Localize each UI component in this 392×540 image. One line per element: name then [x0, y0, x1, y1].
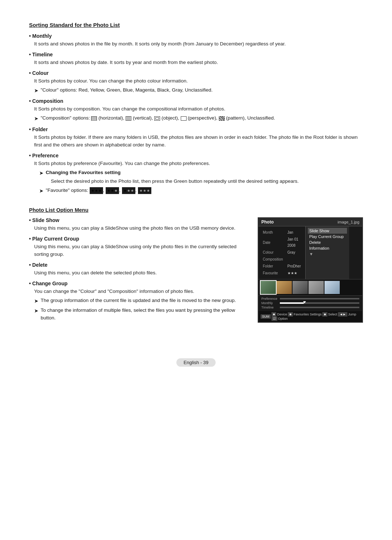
- page-number-badge: English - 39: [176, 358, 216, 367]
- star-4a: ★: [139, 188, 143, 194]
- play-current-text: Using this menu, you can play a SlideSho…: [34, 243, 247, 258]
- info-val-fav: ★★★: [287, 270, 302, 276]
- star-3c: ★: [131, 188, 134, 194]
- thumb-3[interactable]: [293, 281, 308, 294]
- page-content: Sorting Standard for the Photo List Mont…: [29, 22, 363, 367]
- colour-text: It Sorts photos by colour. You can chang…: [34, 77, 363, 85]
- fav-box-4: ★★★: [138, 187, 151, 194]
- info-label-comp: Composition: [262, 256, 286, 262]
- section-divider: [29, 198, 363, 207]
- arrow-icon-cg2: ➤: [34, 307, 38, 315]
- info-val-month: Jan: [287, 229, 302, 235]
- folder-label: Folder: [29, 126, 363, 132]
- footer-btn-select[interactable]: ■: [322, 312, 327, 317]
- menu-item-slideshow[interactable]: Slide Show: [308, 228, 347, 234]
- star-1c: ★: [98, 188, 102, 194]
- photo-ui-footer: SUM ■Device ■Favourites Settings ■Select…: [258, 311, 362, 322]
- perspective-icon: [181, 116, 187, 121]
- composition-label: Composition: [29, 98, 363, 104]
- info-val-date: Jan 01 2008: [287, 236, 302, 249]
- info-row-fav: Favourite ★★★: [262, 270, 302, 276]
- play-current-item: Play Current Group Using this menu, you …: [29, 236, 247, 258]
- object-icon: [154, 116, 160, 121]
- menu-item-information[interactable]: Information: [308, 245, 347, 251]
- favourites-options-arrow: ➤ "Favourite" options: ★★★ , ★★★ , ★★★ ,: [39, 187, 363, 195]
- arrow-icon-fav: ➤: [39, 169, 44, 177]
- slide-show-item: Slide Show Using this menu, you can play…: [29, 217, 247, 232]
- vertical-icon: [126, 116, 131, 121]
- timeline-label: Timeline: [29, 52, 363, 57]
- progress-preference: Preference: [261, 297, 359, 301]
- progress-bar-monthly-inner: [280, 302, 304, 304]
- change-group-item: Change Group You can change the "Colour"…: [29, 281, 247, 322]
- arrow-icon-cg1: ➤: [34, 297, 38, 305]
- play-current-label: Play Current Group: [29, 236, 247, 242]
- change-group-arrow1: ➤ The group information of the current f…: [34, 297, 247, 305]
- menu-item-delete[interactable]: Delete: [308, 239, 347, 245]
- section-title-sorting: Sorting Standard for the Photo List: [29, 22, 363, 28]
- photo-ui-header-center: image_1.jpg: [338, 220, 359, 224]
- star-4c: ★: [147, 188, 150, 194]
- progress-marker-monthly: [303, 301, 306, 303]
- slide-show-text: Using this menu, you can play a SlideSho…: [34, 225, 247, 232]
- info-label-date: Date: [262, 236, 286, 249]
- footer-btn-device[interactable]: ■: [271, 312, 276, 317]
- thumb-2[interactable]: [277, 281, 292, 294]
- footer-btn-option[interactable]: ☑: [271, 317, 277, 321]
- progress-label-monthly: Monthly: [261, 301, 278, 305]
- photo-option-section: Photo List Option Menu Slide Show Using …: [29, 207, 363, 325]
- photo-ui-menu: Slide Show Play Current Group Delete Inf…: [306, 226, 349, 279]
- info-row-colour: Colour Gray: [262, 249, 302, 255]
- comp-horiz-label: (horizontal),: [98, 115, 124, 121]
- info-val-comp: [287, 256, 302, 262]
- star-2b: ★: [111, 188, 114, 194]
- favourites-sub: ➤ Changing the Favourites setting Select…: [34, 169, 363, 195]
- favourites-sub-label: Changing the Favourites setting: [46, 169, 299, 177]
- composition-text: It Sorts photos by composition. You can …: [34, 105, 363, 113]
- thumb-4[interactable]: [309, 281, 324, 294]
- info-label-fav: Favourite: [262, 270, 286, 276]
- colour-arrow-text: "Colour" options: Red, Yellow, Green, Bl…: [41, 86, 213, 94]
- timeline-text: It sorts and shows photos by date. It so…: [34, 59, 363, 67]
- comp-vert-label: (vertical),: [133, 115, 153, 121]
- colour-label: Colour: [29, 70, 363, 76]
- info-val-colour: Gray: [287, 249, 302, 255]
- comp-obj-label: (object),: [162, 115, 179, 121]
- info-row-month: Month Jan: [262, 229, 302, 235]
- footer-controls: ■Device ■Favourites Settings ■Select ◄►J…: [271, 312, 360, 321]
- photo-ui-col: Photo image_1.jpg Month Jan: [258, 217, 363, 323]
- info-label-month: Month: [262, 229, 286, 235]
- change-group-arrow1-text: The group information of the current fil…: [41, 297, 236, 305]
- thumb-5[interactable]: [324, 281, 340, 294]
- favourites-sub-block: Changing the Favourites setting Select t…: [46, 169, 299, 185]
- photo-ui-thumbnails: [258, 279, 362, 296]
- footer-btn-fav[interactable]: ■: [288, 312, 293, 317]
- menu-item-more[interactable]: ▼: [308, 251, 347, 257]
- preference-item: Preference It Sorts photos by preference…: [29, 153, 363, 195]
- change-group-text: You can change the "Colour" and "Composi…: [34, 288, 247, 295]
- change-group-arrow2: ➤ To change the information of multiple …: [34, 307, 247, 322]
- info-row-comp: Composition: [262, 256, 302, 262]
- photo-ui-info: Month Jan Date Jan 01 2008 Colour Gray: [258, 226, 306, 279]
- footer-sum: SUM: [261, 314, 271, 319]
- info-label-colour: Colour: [262, 249, 286, 255]
- two-col-layout: Slide Show Using this menu, you can play…: [29, 217, 363, 325]
- menu-item-play-current[interactable]: Play Current Group: [308, 234, 347, 239]
- star-4b: ★: [143, 188, 146, 194]
- thumb-1[interactable]: [261, 281, 276, 294]
- fav-options-text: "Favourite" options: ★★★ , ★★★ , ★★★ , ★…: [46, 187, 151, 194]
- info-row-folder: Folder ProDher: [262, 263, 302, 269]
- photo-ui-header: Photo image_1.jpg: [258, 218, 362, 226]
- photo-ui-header-left: Photo: [261, 219, 274, 225]
- fav-box-1: ★★★: [90, 187, 103, 194]
- folder-item: Folder It Sorts photos by folder. If the…: [29, 126, 363, 149]
- star-2a: ★: [107, 188, 110, 194]
- photo-ui-mockup: Photo image_1.jpg Month Jan: [258, 217, 363, 323]
- footer-btn-jump[interactable]: ◄►: [338, 312, 347, 317]
- folder-text: It Sorts photos by folder. If there are …: [34, 134, 363, 149]
- colour-item: Colour It Sorts photos by colour. You ca…: [29, 70, 363, 95]
- page-footer: English - 39: [29, 355, 363, 367]
- colour-arrow: ➤ "Colour" options: Red, Yellow, Green, …: [34, 86, 363, 95]
- monthly-item: Monthly It sorts and shows photos in the…: [29, 33, 363, 48]
- change-group-label: Change Group: [29, 281, 247, 286]
